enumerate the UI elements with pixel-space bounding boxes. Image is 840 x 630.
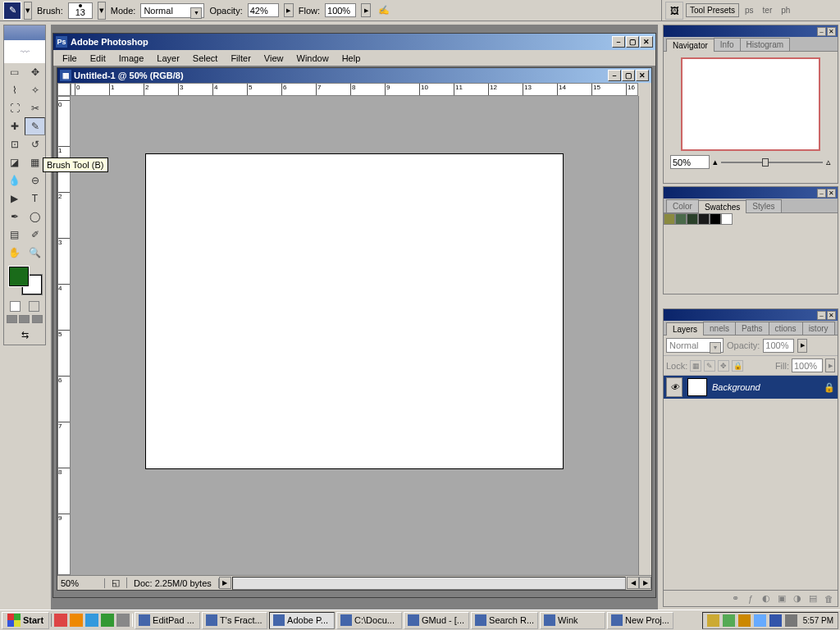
- layer-style-icon[interactable]: ƒ: [745, 593, 756, 605]
- tray-icon-3[interactable]: [738, 614, 751, 627]
- ql-icon-3[interactable]: [85, 614, 98, 627]
- crop-tool[interactable]: ⛶: [4, 99, 25, 117]
- taskbar-button[interactable]: T's Fract...: [202, 612, 267, 629]
- tab-info[interactable]: Info: [714, 38, 741, 51]
- eyedropper-tool[interactable]: ✐: [25, 226, 45, 244]
- taskbar-button[interactable]: C:\Docu...: [336, 612, 402, 629]
- healing-tool[interactable]: ✚: [4, 117, 25, 135]
- canvas[interactable]: [145, 153, 564, 469]
- doc-size-status[interactable]: Doc: 2.25M/0 bytes: [127, 578, 219, 588]
- lock-transparency-icon[interactable]: ▦: [690, 360, 701, 372]
- history-brush-tool[interactable]: ↺: [25, 135, 45, 153]
- panel-close-icon[interactable]: ✕: [827, 189, 836, 198]
- airbrush-toggle[interactable]: ✍: [376, 3, 392, 18]
- screen-full[interactable]: [32, 315, 43, 323]
- jump-to-imageready[interactable]: ⇆: [17, 327, 32, 342]
- taskbar-button[interactable]: Wink: [540, 612, 605, 629]
- close-button[interactable]: ✕: [640, 36, 653, 48]
- brush-preview-picker[interactable]: 13: [68, 2, 93, 19]
- tab-layers[interactable]: Layers: [666, 322, 704, 336]
- type-tool[interactable]: T: [25, 189, 45, 208]
- menu-view[interactable]: View: [258, 52, 290, 65]
- tab-channels[interactable]: nnels: [703, 322, 736, 335]
- menu-layer[interactable]: Layer: [151, 52, 185, 65]
- ql-icon-4[interactable]: [101, 614, 114, 627]
- tab-swatches[interactable]: Swatches: [698, 200, 746, 213]
- panel-min-icon[interactable]: –: [817, 27, 826, 36]
- taskbar-button[interactable]: GMud - [...: [404, 612, 469, 629]
- brush-picker-dropdown[interactable]: ▾: [98, 2, 106, 20]
- slice-tool[interactable]: ✂: [25, 99, 45, 117]
- navigator-zoom-slider[interactable]: [721, 158, 823, 167]
- file-browser-icon[interactable]: 🖼: [665, 2, 683, 20]
- menu-file[interactable]: File: [57, 52, 83, 65]
- lasso-tool[interactable]: ⌇: [4, 81, 25, 99]
- stamp-tool[interactable]: ⊡: [4, 135, 25, 153]
- hand-tool[interactable]: ✋: [4, 244, 25, 262]
- tab-actions[interactable]: ctions: [769, 322, 803, 335]
- doc-minimize-button[interactable]: –: [608, 70, 621, 81]
- zoom-in-icon[interactable]: ▵: [826, 157, 831, 167]
- clock[interactable]: 5:57 PM: [801, 616, 833, 625]
- tab-navigator[interactable]: Navigator: [666, 39, 714, 52]
- lock-all-icon[interactable]: 🔒: [732, 360, 743, 372]
- navigator-zoom-input[interactable]: 50%: [670, 155, 710, 169]
- dock-tab-2[interactable]: ter: [760, 4, 776, 16]
- status-flyout[interactable]: ▶: [219, 577, 231, 589]
- new-group-icon[interactable]: ▣: [776, 593, 788, 605]
- tray-icon-6[interactable]: [785, 614, 797, 627]
- dodge-tool[interactable]: ⊖: [25, 171, 45, 189]
- hscroll-right[interactable]: ▶: [639, 577, 651, 589]
- marquee-tool[interactable]: ▭: [4, 63, 25, 81]
- screen-full-menu[interactable]: [19, 315, 30, 323]
- swatch[interactable]: [675, 213, 687, 225]
- link-layer-icon[interactable]: ⚭: [729, 593, 741, 605]
- new-adjustment-icon[interactable]: ◑: [792, 593, 803, 605]
- status-preview-icon[interactable]: ◱: [105, 578, 127, 588]
- menu-select[interactable]: Select: [187, 52, 224, 65]
- panel-close-icon[interactable]: ✕: [827, 311, 836, 320]
- layer-visibility-icon[interactable]: 👁: [666, 377, 682, 397]
- layers-panel-header[interactable]: –✕: [664, 309, 838, 321]
- panel-min-icon[interactable]: –: [817, 311, 826, 320]
- swatch[interactable]: [664, 213, 675, 225]
- layer-row-background[interactable]: 👁 Background 🔒: [664, 376, 838, 399]
- blur-tool[interactable]: 💧: [4, 171, 25, 189]
- menu-edit[interactable]: Edit: [84, 52, 112, 65]
- tab-history[interactable]: istory: [802, 322, 835, 335]
- zoom-input[interactable]: 50%: [57, 578, 105, 588]
- new-layer-icon[interactable]: ▤: [807, 593, 819, 605]
- opacity-flyout[interactable]: ▶: [284, 3, 294, 17]
- tray-icon-1[interactable]: [707, 614, 719, 627]
- ql-icon-1[interactable]: [54, 614, 67, 627]
- eraser-tool[interactable]: ◪: [4, 153, 25, 171]
- tool-preset-dropdown[interactable]: ▾: [24, 2, 32, 20]
- tool-presets-tab[interactable]: Tool Presets: [686, 3, 739, 17]
- zoom-out-icon[interactable]: ▴: [713, 157, 718, 167]
- panel-close-icon[interactable]: ✕: [827, 27, 836, 36]
- menu-window[interactable]: Window: [291, 52, 335, 65]
- taskbar-button[interactable]: EditPad ...: [135, 612, 200, 629]
- path-select-tool[interactable]: ▶: [4, 189, 25, 208]
- dock-tab-1[interactable]: ps: [742, 4, 757, 16]
- horizontal-scrollbar[interactable]: [232, 577, 626, 590]
- ql-icon-2[interactable]: [70, 614, 83, 627]
- slider-thumb[interactable]: [762, 158, 769, 167]
- swatch[interactable]: [710, 213, 721, 225]
- brush-tool[interactable]: ✎: [25, 117, 45, 135]
- app-titlebar[interactable]: Ps Adobe Photoshop – ▢ ✕: [53, 34, 655, 50]
- lock-position-icon[interactable]: ✥: [718, 360, 729, 372]
- tab-paths[interactable]: Paths: [735, 322, 769, 335]
- taskbar-button[interactable]: New Proj...: [607, 612, 673, 629]
- quickmask-mode-button[interactable]: [29, 301, 39, 312]
- dock-tab-3[interactable]: ph: [778, 4, 793, 16]
- maximize-button[interactable]: ▢: [626, 36, 639, 48]
- standard-mode-button[interactable]: [10, 301, 21, 312]
- pen-tool[interactable]: ✒: [4, 208, 25, 226]
- menu-help[interactable]: Help: [336, 52, 367, 65]
- navigator-panel-header[interactable]: –✕: [664, 25, 838, 37]
- taskbar-button[interactable]: Search R...: [471, 612, 538, 629]
- panel-min-icon[interactable]: –: [817, 189, 826, 198]
- layer-name[interactable]: Background: [712, 382, 760, 392]
- tray-icon-4[interactable]: [754, 614, 766, 627]
